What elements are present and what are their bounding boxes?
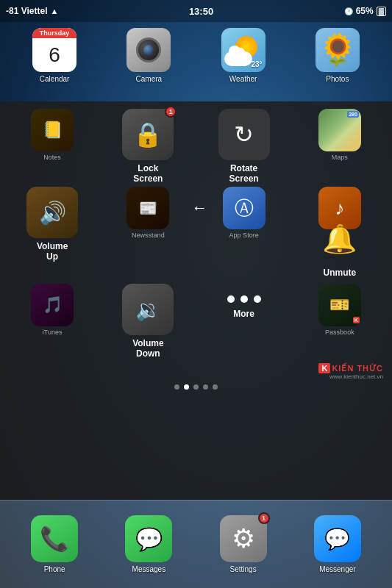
phone-icon: 📞 — [31, 515, 78, 562]
lock-screen-label: LockScreen — [133, 163, 163, 184]
itunes-label: iTunes — [43, 329, 63, 336]
carrier-label: -81 Viettel — [6, 6, 47, 16]
notes-icon: 📒 — [31, 109, 74, 151]
arrow-left-indicator: ← — [192, 198, 208, 218]
overlay-passbook[interactable]: 🎫 K Passbook — [293, 284, 386, 359]
messages-icon: 💬 — [125, 515, 172, 562]
battery-icon: ▓ — [377, 7, 386, 16]
passbook-icon: 🎫 K — [318, 284, 361, 326]
top-app-row: Thursday 6 Calendar Camera 23° Weather 🌻… — [0, 22, 392, 89]
calendar-month: Thursday — [32, 28, 76, 38]
volume-down-icon: 🔉 — [122, 284, 174, 335]
overlay-volume-down[interactable]: 🔉 VolumeDown — [101, 284, 194, 359]
overlay-notes[interactable]: 📒 Notes — [6, 109, 99, 184]
settings-badge: 1 — [258, 512, 270, 524]
dock-messages[interactable]: 💬 Messages — [125, 515, 172, 573]
gear-symbol: ⚙ — [232, 523, 255, 554]
app-weather[interactable]: 23° Weather — [218, 28, 268, 83]
lock-screen-icon: 🔒 1 — [122, 109, 174, 160]
watermark-url: www.kienthuc.net.vn — [329, 373, 383, 380]
cloud-icon — [224, 51, 252, 66]
app-store-label: App Store — [229, 232, 259, 239]
watermark: K — [353, 312, 360, 325]
overlay-more[interactable]: More — [198, 284, 291, 359]
maps-route-label: 280 — [347, 111, 359, 118]
newsstand-symbol: 📰 — [139, 199, 157, 217]
weather-label: Weather — [229, 75, 257, 83]
maps-label: Maps — [332, 154, 348, 161]
weather-temp: 23° — [252, 60, 263, 68]
sunflower-icon: 🌻 — [318, 35, 357, 65]
overlay-app-store[interactable]: Ⓐ App Store — [198, 187, 291, 262]
camera-label: Camera — [136, 75, 163, 83]
newsstand-label: Newsstand — [132, 232, 165, 239]
notes-label: Notes — [43, 154, 61, 161]
volume-up-label: VolumeUp — [37, 241, 68, 262]
status-right: 🕐 65% ▓ — [344, 6, 386, 16]
dot-3 — [254, 295, 261, 303]
overlay-row-1: 📒 Notes 🔒 1 LockScreen ↻ RotateScreen 28… — [6, 109, 386, 184]
photos-icon-img: 🌻 — [316, 28, 360, 72]
app-calendar[interactable]: Thursday 6 Calendar — [29, 28, 79, 83]
page-dot-5 — [213, 384, 218, 390]
overlay-lock-screen[interactable]: 🔒 1 LockScreen — [101, 109, 194, 184]
page-dot-4 — [203, 384, 208, 390]
unmute-icon: 🔔 — [314, 213, 366, 265]
page-indicator — [6, 380, 386, 394]
overlay-rotate-screen[interactable]: ↻ RotateScreen — [198, 109, 291, 184]
overlay-row-3: 🎵 iTunes 🔉 VolumeDown More 🎫 — [6, 284, 386, 359]
overlay-panel: 📒 Notes 🔒 1 LockScreen ↻ RotateScreen 28… — [0, 101, 392, 500]
status-time: 13:50 — [189, 6, 213, 17]
itunes-symbol: 🎵 — [43, 295, 63, 315]
weather-icon-img: 23° — [221, 28, 266, 72]
app-photos[interactable]: 🌻 Photos — [313, 28, 363, 83]
battery-label: 65% — [356, 6, 374, 16]
lock-screen-badge: 1 — [165, 106, 177, 118]
page-dot-1 — [174, 384, 179, 390]
messages-symbol: 💬 — [135, 526, 163, 552]
passbook-label: Passbook — [325, 329, 354, 336]
overlay-volume-up[interactable]: 🔊 VolumeUp — [6, 187, 99, 262]
overlay-unmute[interactable]: 🔔 Unmute — [293, 213, 386, 278]
newsstand-icon: 📰 — [126, 187, 169, 229]
dot-2 — [240, 295, 248, 303]
overlay-newsstand[interactable]: 📰 Newsstand ← — [101, 187, 194, 262]
camera-icon-img — [126, 28, 171, 72]
calendar-icon-img: Thursday 6 — [32, 28, 76, 72]
photos-label: Photos — [326, 75, 349, 83]
more-dots-icon — [227, 295, 261, 303]
clock-icon: 🕐 — [344, 7, 353, 15]
watermark-container: K KIẾN THỨC www.kienthuc.net.vn — [6, 363, 386, 380]
messenger-icon: 💬 — [314, 515, 361, 562]
app-store-icon: Ⓐ — [223, 187, 266, 229]
app-store-symbol: Ⓐ — [235, 196, 254, 221]
itunes-icon: 🎵 — [31, 284, 74, 326]
overlay-maps[interactable]: 280 Maps — [293, 109, 386, 184]
overlay-itunes[interactable]: 🎵 iTunes — [6, 284, 99, 359]
lock-symbol: 🔒 — [133, 121, 163, 148]
settings-label: Settings — [230, 565, 257, 573]
wifi-icon: ▲ — [50, 7, 58, 15]
kienthuc-text: KIẾN THỨC — [332, 364, 383, 373]
volume-down-symbol: 🔉 — [135, 298, 161, 322]
k-logo: K — [318, 363, 330, 373]
notes-symbol: 📒 — [43, 121, 63, 140]
page-dot-2 — [184, 384, 189, 390]
passbook-symbol: 🎫 — [329, 295, 349, 315]
rotate-symbol: ↻ — [234, 121, 254, 148]
watermark-logo: K — [353, 317, 360, 323]
dock-phone[interactable]: 📞 Phone — [31, 515, 78, 573]
unmute-label: Unmute — [324, 268, 357, 278]
volume-up-symbol: 🔊 — [39, 200, 66, 226]
dock: 📞 Phone 💬 Messages ⚙ 1 Settings 💬 Messen… — [0, 500, 392, 588]
maps-icon: 280 — [318, 109, 361, 151]
rotate-screen-label: RotateScreen — [229, 163, 259, 184]
dock-settings[interactable]: ⚙ 1 Settings — [220, 515, 267, 573]
status-bar: -81 Viettel ▲ 13:50 🕐 65% ▓ — [0, 0, 392, 22]
dock-messenger[interactable]: 💬 Messenger — [314, 515, 361, 573]
bell-symbol: 🔔 — [322, 223, 357, 255]
status-left: -81 Viettel ▲ — [6, 6, 58, 16]
phone-symbol: 📞 — [40, 525, 69, 553]
app-camera[interactable]: Camera — [124, 28, 174, 83]
page-dot-3 — [193, 384, 199, 390]
